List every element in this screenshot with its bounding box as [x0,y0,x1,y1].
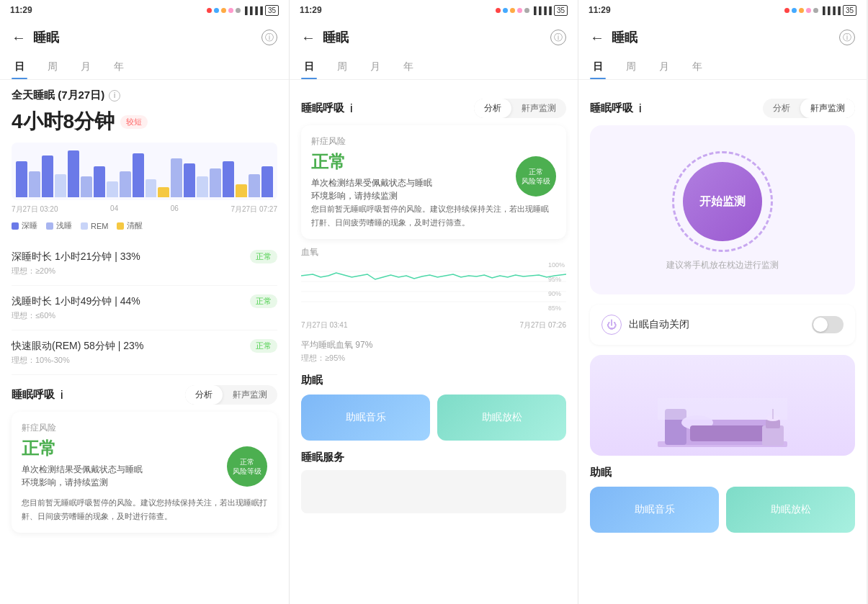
s3-dot-orange [799,8,804,13]
aid-music-btn-3[interactable]: 助眠音乐 [590,487,719,533]
s2-dot-orange [510,8,515,13]
aid-relax-btn-3[interactable]: 助眠放松 [726,487,855,533]
chart-bar-1 [16,161,27,197]
start-monitor-button[interactable]: 开始监测 [683,162,762,241]
auto-close-label: 出眠自动关闭 [629,318,812,331]
status-bar-3: 11:29 ▐▐▐▐ 35 [578,0,867,20]
sleep-chart [12,143,277,200]
duration-badge: 较短 [120,115,148,129]
bed-illustration [590,355,855,456]
status-dot-orange [221,8,226,13]
s3-dot-blue [792,8,797,13]
status-dot-blue [214,8,219,13]
section-info-icon-1[interactable]: i [109,90,120,102]
toggle-analysis-2[interactable]: 分析 [474,99,511,118]
status-bar-1: 11:29 ▐▐▐▐ 35 [0,0,289,20]
s3-dot-gray [813,8,818,13]
screen-2: 11:29 ▐▐▐▐ 35 ← 睡眠 ⓘ 日 周 月 年 睡眠呼吸 i 分析 鼾… [289,0,578,604]
tab-bar-1: 日 周 月 年 [0,55,289,80]
screen3-content: 睡眠呼吸 i 分析 鼾声监测 开始监测 建议将手机放在枕边进行监测 ⏻ 出眠自动… [578,80,867,604]
tab-day-1[interactable]: 日 [12,55,27,79]
aid-cards-2: 助眠音乐 助眠放松 [301,395,566,441]
info-button-1[interactable]: ⓘ [261,30,277,45]
monitor-card: 开始监测 建议将手机放在枕边进行监测 [590,125,855,294]
title-1: 睡眠 [33,29,261,46]
aid-music-btn-2[interactable]: 助眠音乐 [301,395,430,441]
tab-bar-3: 日 周 月 年 [578,55,867,80]
chart-bar-2 [29,171,40,197]
tab-year-2[interactable]: 年 [401,55,416,79]
tab-week-3[interactable]: 周 [623,55,639,79]
chart-bar-14 [184,163,195,197]
bo-x-axis: 7月27日 03:41 7月27日 07:26 [301,320,566,330]
s3-dot-pink [806,8,811,13]
auto-close-toggle[interactable] [812,316,844,333]
chart-bar-17 [223,161,234,197]
chart-bar-5 [68,150,79,197]
back-button-3[interactable]: ← [590,30,604,46]
tab-month-1[interactable]: 月 [78,55,94,79]
back-button-1[interactable]: ← [12,30,26,46]
tab-year-1[interactable]: 年 [111,55,127,79]
monitor-circle-outer: 开始监测 [672,151,773,252]
tab-year-3[interactable]: 年 [689,55,705,79]
toggle-analysis-1[interactable]: 分析 [185,385,223,405]
avg-spo2-section: 平均睡眠血氧 97% 理想：≥95% [301,339,566,364]
info-button-3[interactable]: ⓘ [839,30,855,45]
stat-deep-sleep: 深睡时长 1小时21分钟 | 33% 正常 理想：≥20% [12,241,277,286]
legend-deep: 深睡 [12,220,37,231]
chart-times: 7月27日 03:20 04 06 7月27日 07:27 [12,204,277,215]
svg-rect-9 [762,425,784,446]
risk-badge-circle-2: 正常 风险等级 [516,156,556,197]
s3-dot-red [784,8,789,13]
s2-signal: ▐▐▐▐ [532,6,552,14]
legend-light: 浅睡 [46,220,72,231]
s2-battery: 35 [554,5,568,16]
toggle-analysis-3[interactable]: 分析 [763,99,800,118]
chart-bar-12 [158,187,169,197]
status-bar-2: 11:29 ▐▐▐▐ 35 [290,0,578,20]
status-battery: 35 [265,5,279,16]
toggle-snore-3[interactable]: 鼾声监测 [800,99,855,118]
back-button-2[interactable]: ← [301,30,316,46]
chart-bar-15 [197,176,208,197]
header-2: ← 睡眠 ⓘ [290,20,578,55]
tab-month-3[interactable]: 月 [656,55,672,79]
header-3: ← 睡眠 ⓘ [578,20,867,55]
chart-bar-3 [42,155,53,197]
toggle-snore-1[interactable]: 鼾声监测 [223,385,277,405]
aid-sleep-section-2: 助眠 助眠音乐 助眠放松 [301,374,566,441]
chart-bar-10 [133,153,144,197]
tab-month-2[interactable]: 月 [367,55,383,79]
screen2-content: 睡眠呼吸 i 分析 鼾声监测 鼾症风险 正常 单次检测结果受佩戴状态与睡眠环境影… [290,80,578,604]
tab-week-1[interactable]: 周 [45,55,61,79]
breathing-info-1[interactable]: i [61,389,63,402]
legend-awake: 清醒 [117,220,143,231]
breathing-tab-toggle-3: 分析 鼾声监测 [763,99,855,118]
bo-chart-svg [301,261,566,312]
stat-light-sleep: 浅睡时长 1小时49分钟 | 44% 正常 理想：≤60% [12,286,277,330]
sleep-service-section: 睡眠服务 [301,451,566,513]
chart-bar-13 [171,158,182,197]
risk-card-2: 鼾症风险 正常 单次检测结果受佩戴状态与睡眠环境影响，请持续监测 正常 风险等级… [301,125,566,239]
toggle-snore-2[interactable]: 鼾声监测 [511,99,566,118]
status-dot-red [207,8,212,13]
tab-week-2[interactable]: 周 [334,55,350,79]
tab-day-3[interactable]: 日 [590,55,606,79]
breathing-tab-toggle-2: 分析 鼾声监测 [474,99,566,118]
tab-day-2[interactable]: 日 [301,55,317,79]
breathing-info-2[interactable]: i [350,102,353,115]
breathing-header-2: 睡眠呼吸 i 分析 鼾声监测 [301,99,566,118]
screen-3: 11:29 ▐▐▐▐ 35 ← 睡眠 ⓘ 日 周 月 年 睡眠呼吸 i 分析 鼾… [578,0,867,604]
info-button-2[interactable]: ⓘ [550,30,566,45]
breathing-header-3: 睡眠呼吸 i 分析 鼾声监测 [590,99,855,118]
chart-bar-9 [120,171,131,197]
aid-relax-btn-2[interactable]: 助眠放松 [437,395,566,441]
monitor-circle-container: 开始监测 [601,151,844,252]
legend-dot-awake [117,222,124,230]
breathing-info-3[interactable]: i [639,102,642,115]
chart-bar-6 [81,176,92,197]
legend-dot-light [46,222,53,230]
chart-bar-7 [94,166,105,197]
bo-chart-container: 100% 95% 90% 85% [301,261,566,319]
